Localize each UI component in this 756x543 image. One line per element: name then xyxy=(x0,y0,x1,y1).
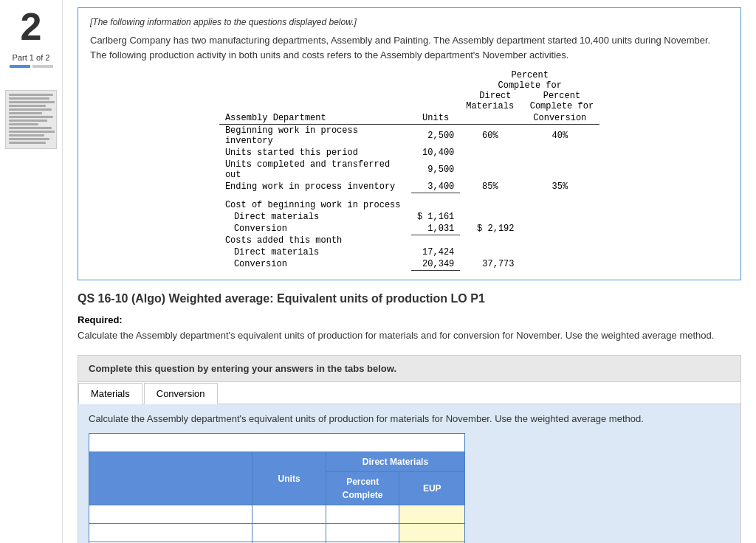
row-units-cell xyxy=(252,524,326,542)
part-label: Part 1 of 2 xyxy=(13,53,50,62)
tabs-container: Materials Conversion Calculate the Assem… xyxy=(78,382,741,544)
percent-input[interactable] xyxy=(332,527,394,538)
col-eup-header: EUP xyxy=(399,472,465,505)
units-input[interactable] xyxy=(258,508,320,519)
thumb-line xyxy=(9,94,53,96)
row-label: Costs added this month xyxy=(219,235,411,246)
row-label: Conversion xyxy=(219,258,411,271)
row-units: 10,400 xyxy=(411,147,460,159)
col-assembly-label: Assembly Department xyxy=(219,112,411,125)
percent-input[interactable] xyxy=(332,508,394,519)
col-units-label: Units xyxy=(411,112,460,125)
col-units-header: Units xyxy=(252,452,326,505)
table-row: Conversion 1,031 $ 2,192 xyxy=(219,223,599,235)
thumb-line xyxy=(9,101,55,103)
row-label: Units completed and transferred out xyxy=(219,159,411,181)
table-row: Units started this period 10,400 xyxy=(219,147,599,159)
row-label: Units started this period xyxy=(219,147,411,159)
row-eup-cell xyxy=(399,524,465,542)
table-row: Units completed and transferred out 9,50… xyxy=(219,159,599,181)
row-val1: $ 1,161 xyxy=(411,211,460,223)
question-number: 2 xyxy=(21,7,42,46)
main-content: [The following information applies to th… xyxy=(63,0,756,543)
row-val1: 1,031 xyxy=(411,223,460,235)
thumb-line xyxy=(9,123,38,125)
row-percent-cell xyxy=(326,505,399,524)
row-val2: $ 2,192 xyxy=(460,223,520,235)
info-main-text: Carlberg Company has two manufacturing d… xyxy=(90,33,729,62)
thumb-line xyxy=(9,138,49,140)
assembly-data-table: PercentComplete forDirect PercentMateria… xyxy=(219,69,599,271)
question-title: QS 16-10 (Algo) Weighted average: Equiva… xyxy=(78,292,741,305)
row-eup-cell xyxy=(399,505,465,524)
row-dm-pct: 60% xyxy=(460,125,520,148)
table-row: Direct materials 17,424 xyxy=(219,246,599,258)
table-row: Direct materials $ 1,161 xyxy=(219,211,599,223)
equiv-units-table: Equivalent units of production: Weighted… xyxy=(89,433,465,543)
equiv-table-title: Equivalent units of production: Weighted… xyxy=(89,434,465,452)
tab-conversion[interactable]: Conversion xyxy=(144,383,218,404)
col-label-header xyxy=(89,452,252,505)
col-conv-label: Conversion xyxy=(520,112,600,125)
table-row: Beginning work in process inventory 2,50… xyxy=(219,125,599,148)
row-dm-pct xyxy=(460,147,520,159)
row-units-cell xyxy=(252,505,326,524)
row-label-cell xyxy=(89,524,252,542)
row-val2: 37,773 xyxy=(460,258,520,271)
thumb-line xyxy=(9,97,49,100)
row-val1: 17,424 xyxy=(411,246,460,258)
sidebar-thumbnail xyxy=(5,90,57,149)
thumb-line xyxy=(9,134,44,136)
row-conv-pct: 35% xyxy=(520,181,600,193)
table-row: Costs added this month xyxy=(219,235,599,246)
row-label: Conversion xyxy=(219,223,411,235)
row-units: 2,500 xyxy=(411,125,460,148)
thumb-line xyxy=(9,142,46,144)
row-label: Beginning work in process inventory xyxy=(219,125,411,148)
thumb-content xyxy=(6,91,56,148)
progress-step-1 xyxy=(10,65,30,68)
thumb-line xyxy=(9,108,52,111)
sidebar: 2 Part 1 of 2 xyxy=(0,0,63,543)
page-container: 2 Part 1 of 2 xyxy=(0,0,756,543)
row-percent-cell xyxy=(326,524,399,542)
tabs-header: Materials Conversion xyxy=(78,382,740,404)
row-label: Ending work in process inventory xyxy=(219,181,411,193)
eup-input[interactable] xyxy=(405,527,458,538)
tab-description: Calculate the Assembly department's equi… xyxy=(89,412,730,426)
row-conv-pct: 40% xyxy=(520,125,600,148)
eup-input[interactable] xyxy=(405,508,458,519)
thumb-line xyxy=(9,127,52,129)
required-text: Calculate the Assembly department's equi… xyxy=(78,328,741,343)
progress-step-2 xyxy=(32,65,53,68)
equiv-table-container: Equivalent units of production: Weighted… xyxy=(89,433,730,543)
col-header-assembly xyxy=(219,69,411,112)
table-row: Conversion 20,349 37,773 xyxy=(219,258,599,271)
units-input[interactable] xyxy=(258,527,320,538)
info-italic: [The following information applies to th… xyxy=(90,17,729,27)
row-label: Direct materials xyxy=(219,246,411,258)
table-row xyxy=(219,193,599,199)
col-header-percent: PercentComplete forDirect PercentMateria… xyxy=(460,69,599,112)
row-dm-pct: 85% xyxy=(460,181,520,193)
col-percent-header: Percent Complete xyxy=(326,472,399,505)
row-conv-pct xyxy=(520,147,600,159)
info-box: [The following information applies to th… xyxy=(78,7,741,280)
required-label: Required: xyxy=(78,314,741,325)
tab-content-materials: Calculate the Assembly department's equi… xyxy=(78,404,740,544)
thumb-line xyxy=(9,112,42,114)
tab-materials[interactable]: Materials xyxy=(78,383,142,404)
thumb-line xyxy=(9,120,47,122)
row-label: Cost of beginning work in process xyxy=(219,199,411,211)
equiv-table-row xyxy=(89,524,465,542)
col-dm-group-header: Direct Materials xyxy=(326,452,464,472)
row-label: Direct materials xyxy=(219,211,411,223)
row-dm-pct xyxy=(460,159,520,181)
table-row: Cost of beginning work in process xyxy=(219,199,599,211)
data-table-container: PercentComplete forDirect PercentMateria… xyxy=(90,69,729,271)
equiv-table-row xyxy=(89,505,465,524)
row-units: 3,400 xyxy=(411,181,460,193)
table-row: Ending work in process inventory 3,400 8… xyxy=(219,181,599,193)
thumb-line xyxy=(9,131,55,133)
row-units: 9,500 xyxy=(411,159,460,181)
